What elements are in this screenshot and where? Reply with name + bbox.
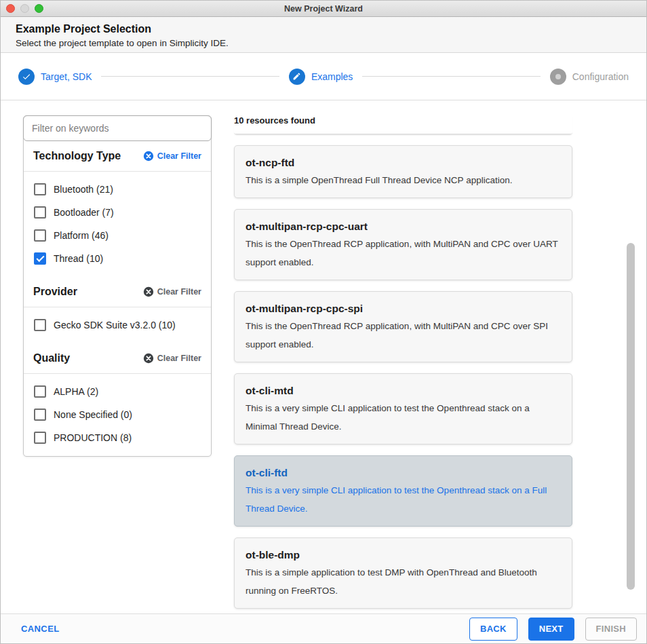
scrollbar-thumb[interactable] <box>627 243 635 590</box>
example-card-description: This is a very simple CLI application to… <box>246 399 561 436</box>
new-project-wizard-window: New Project Wizard Example Project Selec… <box>0 0 647 644</box>
stepper-connector <box>101 76 279 77</box>
filter-checkbox-row[interactable]: Bluetooth (21) <box>24 178 211 201</box>
wizard-footer: CANCEL BACK NEXT FINISH <box>1 613 646 643</box>
example-card[interactable]: ot-cli-mtdThis is a very simple CLI appl… <box>234 373 572 444</box>
checkbox-icon[interactable] <box>34 409 46 421</box>
filter-option-list: Bluetooth (21)Bootloader (7)Platform (46… <box>24 172 211 277</box>
filter-option-label: Platform (46) <box>54 230 109 241</box>
filter-section-title: Technology Type <box>33 150 121 162</box>
checkbox-icon[interactable] <box>34 229 46 242</box>
clear-filter-icon <box>143 353 154 364</box>
checkbox-checked-icon[interactable] <box>34 252 46 265</box>
example-card-title: ot-ble-dmp <box>246 549 561 561</box>
example-card-title: ot-multipan-rcp-cpc-uart <box>246 221 561 233</box>
check-icon <box>18 69 35 85</box>
example-card-description: This is a very simple CLI application to… <box>246 481 561 518</box>
filter-option-label: None Specified (0) <box>54 409 132 420</box>
clear-filter-icon <box>143 286 154 297</box>
example-card[interactable]: ot-multipan-rcp-cpc-spiThis is the OpenT… <box>234 291 572 362</box>
clear-filter-button[interactable]: Clear Filter <box>143 151 201 162</box>
step-examples[interactable]: Examples <box>289 69 353 85</box>
filter-section: Technology TypeClear FilterBluetooth (21… <box>24 141 211 277</box>
filter-panel: Technology TypeClear FilterBluetooth (21… <box>23 115 212 457</box>
example-card-list: ot-ncp-ftdThis is a simple OpenThread Fu… <box>234 145 572 609</box>
example-card-title: ot-multipan-rcp-cpc-spi <box>246 303 561 315</box>
checkbox-icon[interactable] <box>34 183 46 195</box>
example-card-description: This is the OpenThread RCP application, … <box>246 235 561 271</box>
title-bar: New Project Wizard <box>1 1 646 17</box>
wizard-header: Example Project Selection Select the pro… <box>1 17 646 53</box>
clear-filter-label: Clear Filter <box>157 151 201 161</box>
filter-checkbox-row[interactable]: PRODUCTION (8) <box>24 426 211 449</box>
example-card-description: This is the OpenThread RCP application, … <box>246 317 561 354</box>
checkbox-icon[interactable] <box>34 206 46 219</box>
clear-filter-label: Clear Filter <box>157 287 201 297</box>
window-title: New Project Wizard <box>1 4 646 14</box>
next-button[interactable]: NEXT <box>528 618 574 641</box>
results-area: 10 resources found ot-ncp-ftdThis is a s… <box>234 115 572 613</box>
example-card-title: ot-cli-ftd <box>246 467 561 479</box>
cancel-button[interactable]: CANCEL <box>21 624 60 634</box>
finish-button: FINISH <box>585 618 637 641</box>
filter-option-label: Thread (10) <box>54 253 103 264</box>
clear-filter-button[interactable]: Clear Filter <box>143 286 201 297</box>
checkbox-icon[interactable] <box>34 385 46 398</box>
example-card[interactable]: ot-multipan-rcp-cpc-uartThis is the Open… <box>234 209 572 280</box>
filter-option-list: Gecko SDK Suite v3.2.0 (10) <box>24 307 211 343</box>
clear-filter-icon <box>143 151 154 162</box>
filter-section: ProviderClear FilterGecko SDK Suite v3.2… <box>24 277 211 343</box>
filter-checkbox-row[interactable]: Platform (46) <box>24 224 211 247</box>
filter-option-label: Gecko SDK Suite v3.2.0 (10) <box>54 320 176 330</box>
example-card[interactable]: ot-ncp-ftdThis is a simple OpenThread Fu… <box>234 145 572 198</box>
filter-section-header: Technology TypeClear Filter <box>24 141 211 172</box>
filter-section-header: QualityClear Filter <box>24 343 211 374</box>
filter-checkbox-row[interactable]: Bootloader (7) <box>24 201 211 224</box>
filter-option-label: ALPHA (2) <box>54 386 98 397</box>
clear-filter-button[interactable]: Clear Filter <box>143 353 201 364</box>
step-target-sdk[interactable]: Target, SDK <box>18 69 92 85</box>
filter-option-list: ALPHA (2)None Specified (0)PRODUCTION (8… <box>24 374 211 456</box>
dot-icon <box>550 69 566 85</box>
filter-section-title: Provider <box>33 286 77 298</box>
example-card[interactable]: ot-ble-dmpThis is a simple application t… <box>234 537 572 609</box>
stepper-connector <box>362 76 540 77</box>
step-label: Target, SDK <box>41 71 92 82</box>
filter-section-header: ProviderClear Filter <box>24 277 211 307</box>
filter-section-title: Quality <box>33 352 70 364</box>
example-card-title: ot-cli-mtd <box>246 385 561 397</box>
filter-sections: Technology TypeClear FilterBluetooth (21… <box>24 141 211 456</box>
wizard-stepper: Target, SDK Examples Configuration <box>1 53 646 100</box>
wizard-body: Technology TypeClear FilterBluetooth (21… <box>1 100 646 613</box>
scrollbar[interactable] <box>627 100 635 613</box>
example-card[interactable]: ot-cli-ftdThis is a very simple CLI appl… <box>234 455 572 527</box>
checkbox-icon[interactable] <box>34 432 46 444</box>
filter-checkbox-row[interactable]: Gecko SDK Suite v3.2.0 (10) <box>24 314 211 337</box>
filter-option-label: Bootloader (7) <box>54 207 114 218</box>
checkbox-icon[interactable] <box>34 319 46 331</box>
filter-checkbox-row[interactable]: ALPHA (2) <box>24 380 211 403</box>
page-subtitle: Select the project template to open in S… <box>16 38 631 48</box>
page-title: Example Project Selection <box>16 22 631 35</box>
back-button[interactable]: BACK <box>469 618 517 641</box>
example-card-description: This is a simple OpenThread Full Thread … <box>246 171 561 189</box>
step-label: Configuration <box>572 71 629 82</box>
filter-section: QualityClear FilterALPHA (2)None Specifi… <box>24 343 211 456</box>
filter-checkbox-row[interactable]: None Specified (0) <box>24 403 211 426</box>
filter-option-label: PRODUCTION (8) <box>54 432 132 443</box>
clear-filter-label: Clear Filter <box>157 354 201 363</box>
step-configuration: Configuration <box>550 69 629 85</box>
step-label: Examples <box>311 71 353 82</box>
example-card-description: This is a simple application to test DMP… <box>246 563 561 600</box>
pencil-icon <box>289 69 305 85</box>
resources-found-count: 10 resources found <box>234 115 572 134</box>
example-card-title: ot-ncp-ftd <box>246 157 561 169</box>
filter-checkbox-row[interactable]: Thread (10) <box>24 247 211 270</box>
keyword-filter-input[interactable] <box>23 115 212 141</box>
filter-option-label: Bluetooth (21) <box>54 184 113 195</box>
